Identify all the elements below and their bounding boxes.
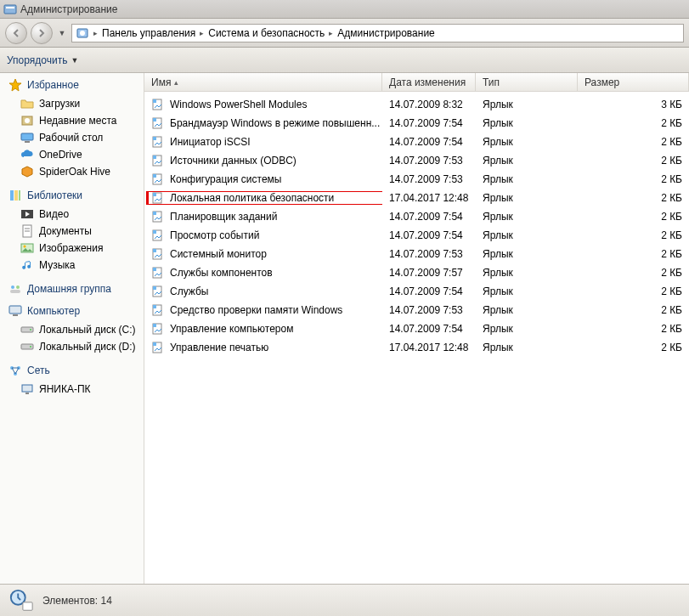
file-row[interactable]: Windows PowerShell Modules14.07.2009 8:3…: [144, 95, 689, 114]
file-date: 14.07.2009 7:54: [382, 136, 476, 148]
svg-marker-59: [153, 324, 156, 327]
organize-button[interactable]: Упорядочить ▼: [7, 54, 78, 66]
file-name: Средство проверки памяти Windows: [170, 304, 342, 316]
hive-icon: [20, 165, 34, 178]
file-date: 14.07.2009 7:53: [382, 304, 476, 316]
sidebar-header-computer[interactable]: Компьютер: [8, 304, 144, 318]
file-type: Ярлык: [476, 211, 578, 223]
shortcut-icon: [151, 266, 165, 280]
sidebar-item-music[interactable]: Музыка: [8, 257, 144, 274]
file-name: Службы: [170, 285, 208, 297]
file-name-cell: Управление печатью: [144, 341, 382, 354]
shortcut-icon: [151, 229, 165, 242]
svg-marker-9: [22, 167, 32, 177]
shortcut-icon: [151, 210, 165, 223]
file-date: 14.07.2009 7:53: [382, 155, 476, 167]
file-row[interactable]: Брандмауэр Windows в режиме повышенн...1…: [144, 114, 689, 133]
file-date: 14.07.2009 7:54: [382, 229, 476, 241]
sidebar-group-favorites: Избранное Загрузки Недавние места Рабочи…: [0, 78, 144, 180]
breadcrumb-seg[interactable]: ▸ Система и безопасность: [197, 27, 325, 39]
svg-marker-49: [153, 230, 156, 234]
file-size: 2 КБ: [578, 173, 689, 185]
breadcrumb-label: Система и безопасность: [208, 27, 325, 39]
file-row[interactable]: Управление печатью17.04.2017 12:48Ярлык2…: [144, 338, 689, 357]
content-area: Избранное Загрузки Недавние места Рабочи…: [0, 73, 689, 584]
svg-rect-33: [25, 393, 29, 394]
sidebar-item-onedrive[interactable]: OneDrive: [8, 146, 144, 163]
sidebar-item-recent[interactable]: Недавние места: [8, 112, 144, 129]
sidebar-label: Локальный диск (D:): [39, 341, 136, 353]
sidebar-item-documents[interactable]: Документы: [8, 223, 144, 240]
sidebar-item-network-pc[interactable]: ЯНИКА-ПК: [8, 381, 144, 398]
file-size: 2 КБ: [578, 304, 689, 316]
address-bar[interactable]: ▸ Панель управления ▸ Система и безопасн…: [71, 24, 684, 42]
file-row[interactable]: Системный монитор14.07.2009 7:53Ярлык2 К…: [144, 245, 689, 263]
svg-point-3: [80, 31, 85, 36]
svg-rect-22: [10, 290, 20, 293]
sidebar-item-disk-c[interactable]: Локальный диск (C:): [8, 321, 144, 338]
sidebar-item-downloads[interactable]: Загрузки: [8, 95, 144, 112]
file-name-cell: Локальная политика безопасности: [144, 191, 382, 205]
sidebar-group-libraries: Библиотеки Видео Документы Изображения М…: [0, 189, 144, 274]
back-button[interactable]: [5, 22, 27, 44]
file-name-cell: Просмотр событий: [144, 229, 382, 242]
svg-rect-32: [22, 385, 32, 392]
nav-history-dropdown[interactable]: ▼: [56, 29, 68, 37]
svg-marker-55: [153, 286, 156, 290]
network-icon: [8, 364, 22, 377]
breadcrumb-seg[interactable]: ▸ Панель управления: [91, 27, 195, 39]
forward-button[interactable]: [31, 22, 53, 44]
sidebar-item-video[interactable]: Видео: [8, 206, 144, 223]
file-list: Имя ▴ Дата изменения Тип Размер Windows …: [144, 73, 689, 584]
svg-marker-35: [153, 99, 156, 103]
file-date: 14.07.2009 8:32: [382, 99, 476, 110]
file-size: 2 КБ: [578, 155, 689, 167]
file-row[interactable]: Конфигурация системы14.07.2009 7:53Ярлык…: [144, 170, 689, 189]
file-row[interactable]: Инициатор iSCSI14.07.2009 7:54Ярлык2 КБ: [144, 133, 689, 151]
libraries-icon: [8, 189, 22, 202]
svg-marker-43: [153, 174, 156, 178]
file-name-cell: Средство проверки памяти Windows: [144, 303, 382, 317]
sidebar-header-libraries[interactable]: Библиотеки: [8, 189, 144, 202]
file-row[interactable]: Планировщик заданий14.07.2009 7:54Ярлык2…: [144, 207, 689, 226]
file-date: 14.07.2009 7:53: [382, 173, 476, 185]
breadcrumb-seg[interactable]: ▸ Администрирование: [326, 27, 434, 39]
svg-rect-24: [13, 314, 18, 316]
file-size: 2 КБ: [578, 211, 689, 223]
sidebar-header-favorites[interactable]: Избранное: [8, 78, 144, 92]
svg-marker-37: [153, 118, 156, 122]
file-row[interactable]: Локальная политика безопасности17.04.201…: [144, 189, 689, 207]
file-row[interactable]: Управление компьютером14.07.2009 7:54Ярл…: [144, 319, 689, 338]
file-type: Ярлык: [476, 304, 578, 316]
file-date: 14.07.2009 7:54: [382, 285, 476, 297]
shortcut-icon: [151, 172, 165, 186]
sidebar-header-network[interactable]: Сеть: [8, 364, 144, 377]
sidebar-label: Рабочий стол: [39, 132, 103, 144]
sidebar-header-homegroup[interactable]: Домашняя группа: [8, 282, 144, 296]
svg-marker-61: [153, 342, 156, 346]
chevron-right-icon: ▸: [91, 29, 100, 37]
column-size[interactable]: Размер: [578, 73, 689, 91]
file-name: Планировщик заданий: [170, 211, 277, 223]
file-size: 2 КБ: [578, 342, 689, 353]
navbar: ▼ ▸ Панель управления ▸ Система и безопа…: [0, 19, 689, 48]
file-name-cell: Источники данных (ODBC): [144, 154, 382, 167]
column-name[interactable]: Имя ▴: [144, 73, 382, 91]
sidebar-item-images[interactable]: Изображения: [8, 240, 144, 257]
file-row[interactable]: Службы14.07.2009 7:54Ярлык2 КБ: [144, 282, 689, 301]
file-row[interactable]: Источники данных (ODBC)14.07.2009 7:53Яр…: [144, 151, 689, 170]
sidebar-item-desktop[interactable]: Рабочий стол: [8, 129, 144, 146]
column-type[interactable]: Тип: [476, 73, 578, 91]
file-row[interactable]: Службы компонентов14.07.2009 7:57Ярлык2 …: [144, 263, 689, 282]
sidebar-label: OneDrive: [39, 149, 82, 161]
file-size: 3 КБ: [578, 99, 689, 110]
file-type: Ярлык: [476, 192, 578, 204]
column-date[interactable]: Дата изменения: [382, 73, 476, 91]
sidebar-item-disk-d[interactable]: Локальный диск (D:): [8, 338, 144, 355]
file-row[interactable]: Средство проверки памяти Windows14.07.20…: [144, 301, 689, 319]
file-date: 14.07.2009 7:57: [382, 267, 476, 279]
svg-point-26: [30, 329, 31, 331]
file-row[interactable]: Просмотр событий14.07.2009 7:54Ярлык2 КБ: [144, 226, 689, 245]
svg-rect-1: [6, 7, 14, 8]
sidebar-item-spideroak[interactable]: SpiderOak Hive: [8, 163, 144, 180]
